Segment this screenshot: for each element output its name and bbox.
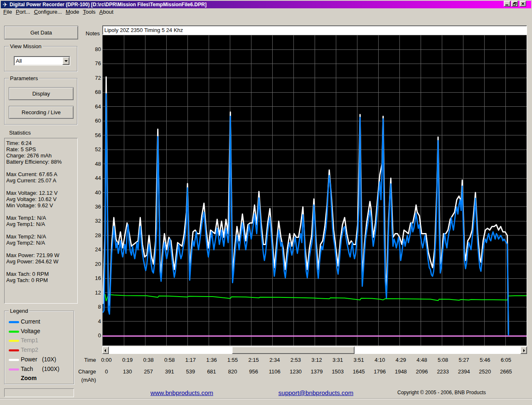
parameters-label: Parameters: [9, 75, 39, 81]
display-button[interactable]: Display: [9, 87, 74, 100]
copyright-text: Copyright © 2005 - 2006, BNB Products: [382, 390, 501, 395]
menu-mode[interactable]: Mode: [66, 9, 79, 15]
stat-line: Avg Tach: 0 RPM: [6, 277, 77, 283]
y-tick-52: 52: [83, 146, 101, 153]
y-tick-40: 40: [83, 189, 101, 196]
charge-tick: 820: [222, 368, 244, 375]
close-button[interactable]: ✕: [520, 1, 526, 7]
right-arrow-icon: [523, 349, 525, 352]
y-tick-24: 24: [83, 246, 101, 253]
y-tick-72: 72: [83, 75, 101, 81]
charge-tick: 1503: [327, 368, 349, 375]
app-icon: ✈: [2, 1, 8, 8]
charge-tick: 2665: [495, 368, 517, 375]
y-tick-56: 56: [83, 132, 101, 139]
restore-icon-2: [513, 3, 516, 6]
menu-about[interactable]: About: [99, 9, 113, 15]
y-tick-20: 20: [83, 261, 101, 268]
time-tick: 0:19: [117, 357, 138, 363]
legend-swatch-voltage: [9, 331, 19, 333]
mission-select-value: All: [16, 58, 22, 64]
time-tick: 0:38: [138, 357, 159, 363]
legend-item-temp2: Temp2: [5, 346, 74, 355]
title-bar: ✈ Digital Power Recorder (DPR-100) [D:\r…: [1, 1, 531, 8]
notes-value: Lipoly 20Z 2350 Timing 5 24 Khz: [104, 27, 183, 33]
stat-line: Rate: 5 SPS: [6, 146, 77, 152]
scrollbar-right-arrow[interactable]: [520, 346, 527, 354]
stat-line: Avg Voltage: 10.62 V: [6, 196, 77, 202]
notes-label: Notes: [69, 30, 100, 37]
time-tick: 0:58: [159, 357, 180, 363]
legend-item-current: Current: [5, 317, 74, 326]
legend-swatch-temp2: [9, 349, 19, 351]
charge-tick: 539: [180, 368, 201, 375]
chart-scrollbar: [102, 346, 527, 354]
statistics-panel: Time: 6:24Rate: 5 SPSCharge: 2676 mAhBat…: [4, 138, 78, 304]
scrollbar-left-arrow[interactable]: [102, 346, 109, 354]
stat-line: Max Power: 721.99 W: [6, 252, 77, 258]
menu-port[interactable]: Port...: [16, 9, 30, 15]
stat-line: Battery Efficiency: 88%: [6, 159, 77, 165]
stat-line: Max Tach: 0 RPM: [6, 271, 77, 277]
charge-tick: 1379: [306, 368, 328, 375]
legend-label: Legend: [9, 308, 29, 314]
legend-name: Voltage: [21, 328, 40, 334]
time-tick: 1:17: [180, 357, 201, 363]
charge-tick: 1796: [369, 368, 391, 375]
parameters-group: Parameters Display Recording / Live: [4, 78, 77, 125]
recording-live-button[interactable]: Recording / Live: [9, 106, 74, 119]
support-email-link[interactable]: support@bnbproducts.com: [262, 389, 370, 396]
y-tick-32: 32: [83, 218, 101, 224]
y-tick-64: 64: [83, 103, 101, 110]
menu-configure[interactable]: Configure...: [34, 9, 62, 15]
menu-file[interactable]: File: [3, 9, 12, 15]
y-tick-36: 36: [83, 204, 101, 210]
stat-line: Max Temp1: N/A: [6, 215, 77, 221]
combo-dropdown-button[interactable]: [62, 57, 69, 65]
stat-line: Avg Power: 264.62 W: [6, 258, 77, 265]
legend-swatch-tach: [9, 368, 19, 371]
website-link[interactable]: www.bnbproducts.com: [129, 389, 235, 396]
menu-tools[interactable]: Tools: [83, 9, 95, 15]
scrollbar-thumb[interactable]: [232, 346, 355, 354]
charge-tick: 2096: [411, 368, 433, 375]
time-tick: 4:10: [369, 357, 391, 363]
y-tick-80: 80: [83, 46, 101, 53]
window-title: Digital Power Recorder (DPR-100) [D:\rc\…: [10, 2, 207, 7]
chevron-down-icon: [64, 60, 68, 64]
view-mission-label: View Mission: [9, 43, 43, 49]
charge-axis-unit: (mAh): [61, 377, 96, 383]
close-icon: ✕: [520, 1, 526, 6]
stat-line: [6, 265, 77, 271]
legend-suffix: (100X): [42, 366, 59, 372]
restore-button[interactable]: [511, 1, 518, 7]
y-tick-8: 8: [83, 304, 101, 310]
time-tick: 2:34: [264, 357, 286, 363]
left-arrow-icon: [104, 349, 106, 352]
charge-tick: 0: [96, 368, 117, 375]
statistics-label: Statistics: [9, 130, 31, 136]
legend-zoom-label: Zoom: [21, 375, 37, 381]
mission-select[interactable]: All: [14, 56, 70, 66]
charge-tick: 1645: [348, 368, 369, 375]
legend-name: Tach: [21, 366, 33, 372]
stat-line: Max Current: 67.65 A: [6, 171, 77, 177]
minimize-icon: [505, 5, 508, 5]
legend-swatch-power: [9, 359, 19, 361]
chart-plot-area: [102, 35, 527, 346]
time-tick: 4:29: [390, 357, 411, 363]
y-tick-4: 4: [83, 318, 101, 325]
stat-line: Min Voltage: 9.62 V: [6, 202, 77, 209]
y-tick-12: 12: [83, 290, 101, 296]
y-tick-48: 48: [83, 161, 101, 167]
minimize-button[interactable]: [504, 1, 510, 7]
get-data-button[interactable]: Get Data: [4, 26, 78, 39]
legend-name: Temp2: [21, 346, 38, 353]
y-tick-76: 76: [83, 60, 101, 67]
charge-tick: 2394: [453, 368, 475, 375]
notes-input[interactable]: Lipoly 20Z 2350 Timing 5 24 Khz: [102, 25, 527, 35]
charge-tick: 257: [138, 368, 159, 375]
time-tick: 3:12: [306, 357, 328, 363]
time-tick: 2:53: [285, 357, 306, 363]
time-tick: 1:36: [201, 357, 222, 363]
